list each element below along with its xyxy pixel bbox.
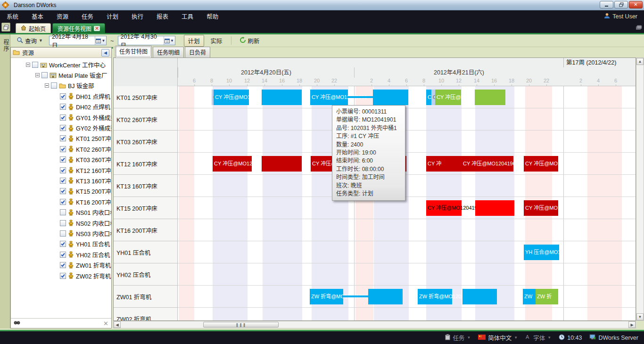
vertical-scrollbar[interactable]: ▲ ▼ — [636, 57, 644, 321]
menu-item-任务[interactable]: 任务 — [75, 12, 100, 21]
tree-item[interactable]: GY02 外桶成型机 — [11, 123, 111, 133]
task-bar[interactable]: CY 冲 — [426, 156, 462, 172]
task-bar[interactable] — [475, 200, 514, 216]
collapsed-panel-label[interactable]: 程序 — [2, 39, 10, 52]
minimize-button[interactable] — [600, 1, 613, 8]
filter-clear-icon[interactable]: ✕ — [103, 320, 108, 327]
dropdown-caret-icon[interactable]: ▼ — [514, 336, 518, 340]
task-bar[interactable]: CY 冲压@MO1 — [524, 156, 558, 172]
scrollbar-thumb[interactable]: ❚❚❚ — [203, 322, 279, 328]
tab-scroll-icon[interactable] — [636, 24, 642, 33]
gantt-tab-任务明细[interactable]: 任务明细 — [153, 47, 184, 57]
tree-item[interactable]: Metal Plate 钣金厂 — [11, 70, 111, 80]
gantt-tab-日负荷[interactable]: 日负荷 — [185, 47, 210, 57]
scroll-up-icon[interactable]: ▲ — [636, 58, 644, 65]
checkbox-checked[interactable] — [60, 262, 66, 268]
close-button[interactable]: ✕ — [629, 1, 643, 8]
scroll-down-icon[interactable]: ▼ — [636, 313, 644, 320]
menu-item-计划[interactable]: 计划 — [100, 12, 125, 21]
tree-item[interactable]: GY01 外桶成型机 — [11, 112, 111, 123]
tree-item[interactable]: KT03 260T冲床 — [11, 155, 111, 165]
checkbox-checked[interactable] — [60, 93, 66, 99]
actual-toggle-button[interactable]: 实际 — [207, 35, 226, 46]
query-dropdown-caret-icon[interactable]: ▼ — [39, 38, 43, 43]
calendar-icon[interactable]: ▼ — [95, 36, 106, 45]
refresh-button[interactable]: 刷新 — [236, 35, 263, 47]
gantt-tab-任务甘特图[interactable]: 任务甘特图 — [115, 46, 152, 57]
task-bar[interactable]: ZW 折 — [536, 289, 558, 304]
tree-item[interactable]: WorkCenter 工作中心 — [11, 59, 111, 70]
tree-item[interactable]: DH02 点焊机 — [11, 102, 111, 112]
status-item-flag-cn[interactable]: 简体中文▼ — [478, 333, 518, 342]
task-bar[interactable]: ZW 折弯@MO12041901 — [310, 289, 343, 304]
task-bar[interactable]: CY 冲压@MO12041902 — [435, 90, 461, 105]
checkbox-checked[interactable] — [60, 146, 66, 152]
date-from-editor[interactable]: 2012年 4月18日 ▼ — [49, 36, 107, 45]
query-button[interactable]: 查询 ▼ — [13, 35, 46, 47]
tree-item[interactable]: ZW02 折弯机 — [11, 270, 111, 281]
tree-filter-bar[interactable]: ✕ — [11, 318, 111, 328]
dropdown-caret-icon[interactable]: ▼ — [467, 336, 471, 340]
task-bar[interactable]: C — [431, 90, 435, 105]
tree-item[interactable]: YH01 压合机 — [11, 239, 111, 249]
checkbox-checked[interactable] — [60, 135, 66, 141]
tree-item[interactable]: KT01 250T冲床 — [11, 133, 111, 144]
tree-item[interactable]: KT13 160T冲床 — [11, 175, 111, 186]
menu-item-工具[interactable]: 工具 — [175, 12, 200, 21]
calendar-icon[interactable]: ▼ — [164, 36, 175, 45]
task-bar[interactable] — [475, 90, 505, 105]
status-item-clipboard[interactable]: 任务▼ — [445, 333, 471, 342]
task-bar[interactable]: CY 冲压@MO12041903 — [426, 200, 462, 216]
checkbox-checked[interactable] — [60, 104, 66, 110]
checkbox-checked[interactable] — [60, 252, 66, 258]
checkbox-checked[interactable] — [60, 241, 66, 247]
status-item-server[interactable]: DWorks Server — [589, 334, 638, 341]
checkbox-checked[interactable] — [60, 273, 66, 279]
tree-item[interactable]: KT12 160T冲床 — [11, 165, 111, 175]
task-bar[interactable]: CY 冲压@MO12041904 — [213, 156, 252, 172]
checkbox-unchecked[interactable] — [41, 72, 48, 78]
task-bar[interactable] — [368, 289, 403, 304]
plan-toggle-button[interactable]: 计划 — [184, 35, 204, 47]
checkbox-checked[interactable] — [60, 188, 66, 194]
checkbox-checked[interactable] — [60, 199, 66, 205]
tree-item[interactable]: BJ 钣金部 — [11, 81, 111, 91]
task-bar[interactable]: ZW — [523, 289, 536, 304]
task-bar[interactable]: CY 冲压@MO12041901 — [310, 90, 348, 105]
expander-minus-icon[interactable] — [26, 63, 30, 67]
checkbox-checked[interactable] — [60, 156, 66, 163]
task-bar[interactable]: ZW 折弯@MO12041901 — [418, 289, 452, 304]
window-list-icon[interactable] — [1, 23, 10, 32]
menu-item-帮助[interactable]: 帮助 — [200, 12, 225, 21]
checkbox-unchecked[interactable] — [60, 209, 66, 215]
scroll-right-icon[interactable]: ▶ — [628, 321, 636, 328]
expander-minus-icon[interactable] — [35, 73, 40, 77]
tree-item[interactable]: NS03 内收口机 — [11, 228, 111, 238]
task-bar[interactable]: CY 冲压@MO12041904 — [462, 156, 513, 172]
task-bar[interactable]: CY 冲压@MO1 — [524, 200, 558, 216]
panel-collapse-button[interactable]: ◀ — [101, 49, 109, 57]
checkbox-checked[interactable] — [60, 178, 66, 184]
checkbox-unchecked[interactable] — [60, 220, 66, 226]
tab-home[interactable]: 起始页 — [16, 23, 51, 33]
tree-item[interactable]: DH01 点焊机 — [11, 91, 111, 101]
tree-item[interactable]: KT15 200T冲床 — [11, 186, 111, 197]
collapsed-panel-strip[interactable]: 程序 — [0, 34, 10, 328]
task-bar[interactable] — [262, 90, 302, 105]
menu-item-资源[interactable]: 资源 — [50, 12, 75, 21]
task-bar[interactable]: C — [426, 90, 431, 105]
horizontal-scrollbar[interactable]: ◀ ▶ ❚❚❚ — [113, 321, 636, 328]
task-bar[interactable] — [343, 295, 368, 297]
task-bar[interactable] — [373, 90, 408, 105]
checkbox-checked[interactable] — [60, 115, 66, 121]
tree-item[interactable]: NS01 内收口机 — [11, 207, 111, 217]
dropdown-caret-icon[interactable]: ▼ — [547, 336, 551, 340]
menu-item-系统[interactable]: 系统 — [0, 12, 25, 21]
tree-item[interactable]: KT02 260T冲床 — [11, 144, 111, 154]
tree-item[interactable]: NS02 内收口机 — [11, 218, 111, 228]
tab-close-icon[interactable]: ✕ — [94, 26, 100, 31]
expander-minus-icon[interactable] — [45, 83, 49, 88]
status-item-font[interactable]: A字体▼ — [525, 333, 551, 342]
tree-item[interactable]: KT16 200T冲床 — [11, 197, 111, 207]
task-bar[interactable]: CY 冲压@MO12041901 — [214, 90, 249, 105]
